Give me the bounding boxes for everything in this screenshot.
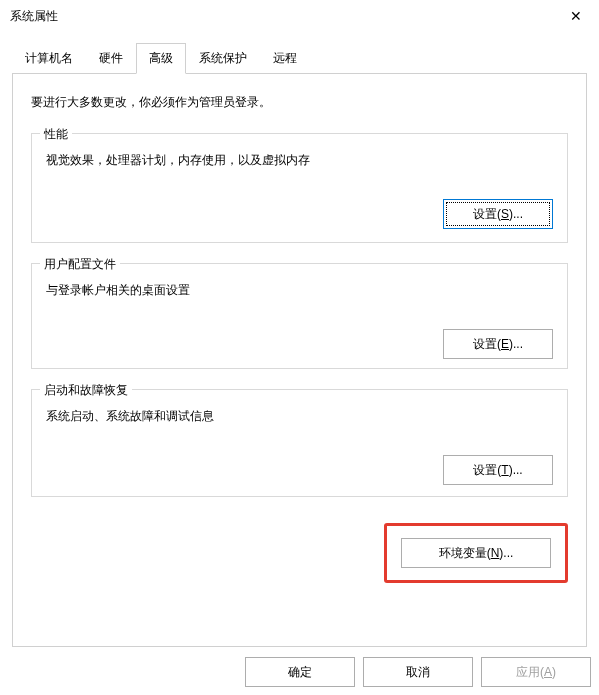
performance-button-row: 设置(S)... (46, 199, 553, 229)
dialog-buttons: 确定 取消 应用(A) (245, 657, 591, 687)
tabs: 计算机名 硬件 高级 系统保护 远程 (12, 42, 587, 74)
startup-recovery-button-row: 设置(T)... (46, 455, 553, 485)
close-button[interactable]: ✕ (553, 0, 599, 32)
startup-recovery-title: 启动和故障恢复 (40, 382, 132, 399)
user-profiles-group: 用户配置文件 与登录帐户相关的桌面设置 设置(E)... (31, 263, 568, 369)
tab-remote[interactable]: 远程 (260, 43, 310, 74)
tab-content-advanced: 要进行大多数更改，你必须作为管理员登录。 性能 视觉效果，处理器计划，内存使用，… (12, 74, 587, 647)
close-icon: ✕ (570, 8, 582, 24)
env-vars-row: 环境变量(N)... (31, 523, 568, 583)
performance-title: 性能 (40, 126, 72, 143)
tab-system-protection[interactable]: 系统保护 (186, 43, 260, 74)
performance-settings-button[interactable]: 设置(S)... (443, 199, 553, 229)
tabs-container: 计算机名 硬件 高级 系统保护 远程 要进行大多数更改，你必须作为管理员登录。 … (0, 32, 599, 647)
apply-button[interactable]: 应用(A) (481, 657, 591, 687)
titlebar: 系统属性 ✕ (0, 0, 599, 32)
startup-recovery-desc: 系统启动、系统故障和调试信息 (46, 408, 553, 425)
user-profiles-desc: 与登录帐户相关的桌面设置 (46, 282, 553, 299)
user-profiles-title: 用户配置文件 (40, 256, 120, 273)
tab-hardware[interactable]: 硬件 (86, 43, 136, 74)
ok-button[interactable]: 确定 (245, 657, 355, 687)
tab-computer-name[interactable]: 计算机名 (12, 43, 86, 74)
startup-recovery-settings-button[interactable]: 设置(T)... (443, 455, 553, 485)
user-profiles-button-row: 设置(E)... (46, 329, 553, 359)
performance-group: 性能 视觉效果，处理器计划，内存使用，以及虚拟内存 设置(S)... (31, 133, 568, 243)
cancel-button[interactable]: 取消 (363, 657, 473, 687)
admin-notice: 要进行大多数更改，你必须作为管理员登录。 (31, 94, 568, 111)
user-profiles-settings-button[interactable]: 设置(E)... (443, 329, 553, 359)
environment-variables-button[interactable]: 环境变量(N)... (401, 538, 551, 568)
startup-recovery-group: 启动和故障恢复 系统启动、系统故障和调试信息 设置(T)... (31, 389, 568, 497)
window-title: 系统属性 (10, 8, 58, 25)
tab-advanced[interactable]: 高级 (136, 43, 186, 74)
performance-desc: 视觉效果，处理器计划，内存使用，以及虚拟内存 (46, 152, 553, 169)
env-vars-highlight: 环境变量(N)... (384, 523, 568, 583)
